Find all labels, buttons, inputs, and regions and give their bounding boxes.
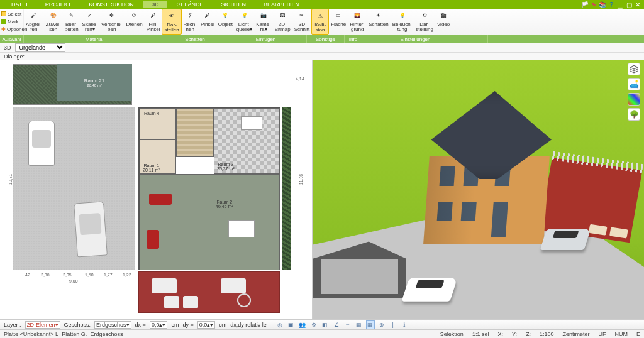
staircase[interactable] (176, 108, 214, 157)
house-3d (406, 91, 578, 251)
ribbon-label-5: Drehen (126, 22, 142, 27)
mark-toggle[interactable]: Mark. (1, 19, 22, 25)
ribbon-icon-18: ☀ (372, 10, 385, 21)
ribbon-group-label (469, 35, 488, 43)
ribbon-label-13: 3D-Bitmap (275, 22, 291, 32)
tab-3d[interactable]: 3D (143, 1, 168, 8)
tab-sichten[interactable]: SICHTEN (212, 1, 255, 8)
tool-link-icon[interactable]: ⊕ (377, 320, 386, 329)
kitchen-table[interactable] (241, 116, 262, 130)
tool-angle-icon[interactable]: ∠ (332, 320, 341, 329)
select-toggle[interactable]: Select (1, 11, 22, 17)
tool-grid-icon[interactable]: ▦ (355, 320, 364, 329)
ribbon-btn-5[interactable]: ⟳Drehen (124, 9, 144, 35)
ribbon-btn-13[interactable]: 🖼3D-Bitmap (273, 9, 292, 35)
tool-info-icon[interactable]: ℹ (400, 320, 409, 329)
tool-fill-icon[interactable]: ▦ (366, 320, 375, 329)
optionen-toggle[interactable]: ✚Optionen (1, 26, 22, 32)
status-x: X: (497, 331, 503, 337)
ribbon-btn-4[interactable]: ✥Verschie-ben (99, 9, 124, 35)
armchair-red[interactable] (147, 230, 159, 249)
tab-konstruktion[interactable]: KONSTRUKTION (80, 1, 143, 8)
ribbon-btn-9[interactable]: 🖌Pinsel (199, 9, 216, 35)
house-outline[interactable]: Raum 4 Raum 120,11 m² Raum 325,37 m² Rau… (138, 107, 280, 270)
ribbon-btn-19[interactable]: 💡Beleuch-tung (391, 9, 414, 35)
floorplan-2d-view[interactable]: Raum 2126,40 m² Raum 4 Raum 120,11 m² Ra… (0, 60, 313, 319)
tool-people-icon[interactable]: 👥 (298, 320, 307, 329)
ribbon-btn-17[interactable]: 🌄Hinter-grund (348, 9, 367, 35)
ribbon-btn-15[interactable]: ⚠Kolli-sion (311, 9, 329, 35)
ribbon-btn-0[interactable]: 🖌Abgrei-fen (24, 9, 44, 35)
room-3[interactable]: Raum 325,37 m² (214, 108, 280, 174)
ribbon-btn-18[interactable]: ☀Schatten (367, 9, 391, 35)
round-table[interactable] (237, 293, 251, 307)
car-silver-1[interactable] (74, 201, 108, 257)
terrace-area[interactable] (138, 271, 280, 313)
tool-shape-icon[interactable]: ◧ (321, 320, 330, 329)
ribbon-btn-12[interactable]: 📷Kame-ra▾ (254, 9, 273, 35)
ribbon-btn-11[interactable]: 💡Licht-quelle▾ (235, 9, 254, 35)
render-3d-view[interactable]: 🛋️ 🌳 (313, 60, 644, 319)
room-1[interactable]: Raum 120,11 m² (140, 139, 176, 174)
ribbon-btn-3[interactable]: ⤢Skalie-ren▾ (80, 9, 99, 35)
books-icon[interactable]: 📚 (599, 1, 606, 8)
furniture-icon[interactable]: 🛋️ (628, 78, 640, 90)
workspace: Raum 2126,40 m² Raum 4 Raum 120,11 m² Ra… (0, 60, 644, 319)
tool-square-icon[interactable]: ▣ (287, 320, 296, 329)
ribbon-label-11: Licht-quelle▾ (236, 22, 252, 32)
garden-sofa-1[interactable] (152, 278, 177, 293)
tool-settings-icon[interactable]: ⚙ (309, 320, 318, 329)
ribbon-btn-20[interactable]: ⚙Dar-stellung (414, 9, 435, 35)
help-icon[interactable]: ? (608, 1, 615, 8)
unit-cm-2: cm (219, 322, 226, 328)
ribbon-label-0: Abgrei-fen (26, 22, 42, 32)
pencil-icon[interactable]: ✎ (590, 1, 597, 8)
tab-datei[interactable]: DATEI (3, 1, 36, 8)
ribbon-btn-6[interactable]: 🖌Hin.Pinsel (145, 9, 162, 35)
dy-input[interactable]: 0,0 ▴▾ (197, 321, 216, 329)
maximize-icon[interactable]: ▢ (625, 1, 633, 8)
ribbon-icon-0: 🖌 (28, 10, 40, 21)
geschoss-select[interactable]: Erdgeschos ▾ (94, 321, 131, 329)
ribbon-btn-16[interactable]: ▭Fläche (329, 9, 348, 35)
ribbon-icon-12: 📷 (257, 10, 270, 21)
layer-select[interactable]: 2D-Elemen ▾ (25, 321, 60, 329)
ribbon-icon-3: ⤢ (84, 10, 96, 21)
tool-dash-icon[interactable]: ┄ (343, 320, 352, 329)
terrain-select[interactable]: Urgelände (15, 43, 65, 52)
garden-sofa-2[interactable] (221, 278, 246, 293)
tab-gelaende[interactable]: GELÄNDE (167, 1, 212, 8)
sofa-red-1[interactable] (149, 194, 172, 205)
ribbon-btn-1[interactable]: 🎨Zuwei-sen (44, 9, 63, 35)
ribbon-btn-8[interactable]: ∑Rech-nen (182, 9, 199, 35)
layer-label: Layer : (4, 322, 21, 328)
tree-icon[interactable]: 🌳 (628, 108, 640, 121)
room-21[interactable]: Raum 2126,40 m² (57, 64, 132, 101)
palette-icon[interactable] (628, 93, 640, 106)
window-3d-4 (437, 202, 453, 221)
ribbon-icon-17: 🌄 (351, 10, 364, 21)
tab-projekt[interactable]: PROJEKT (36, 1, 80, 8)
tool-target-icon[interactable]: ◎ (275, 320, 284, 329)
dining-table[interactable] (228, 220, 255, 237)
car-white-1[interactable] (28, 121, 55, 166)
close-icon[interactable]: ✕ (634, 1, 641, 8)
dim-left-1: 10,81 (8, 174, 13, 185)
dx-input[interactable]: 0,0 ▴▾ (150, 321, 168, 329)
mode-label: 3D (4, 45, 11, 51)
ribbon-btn-21[interactable]: 🎬Video (435, 9, 452, 35)
ribbon-btn-10[interactable]: 💡Objekt (216, 9, 235, 35)
layers-icon[interactable] (628, 63, 640, 75)
status-uf: UF (598, 331, 606, 337)
lounger-1[interactable] (164, 296, 179, 308)
status-z: Z: (526, 331, 531, 337)
room-2[interactable]: Raum 246,45 m² (140, 174, 280, 270)
tab-bearbeiten[interactable]: BEARBEITEN (255, 1, 308, 8)
ribbon-btn-2[interactable]: ✎Bear-beiten (63, 9, 80, 35)
ribbon-label-2: Bear-beiten (65, 22, 79, 32)
flag-icon[interactable]: 🏳️ (581, 1, 589, 8)
ribbon-btn-14[interactable]: ✂3DSchnitt (292, 9, 311, 35)
lounger-2[interactable] (183, 296, 198, 308)
minimize-icon[interactable]: ▁ (616, 1, 624, 8)
ribbon-btn-7[interactable]: 👁Dar-stellen (162, 9, 181, 35)
